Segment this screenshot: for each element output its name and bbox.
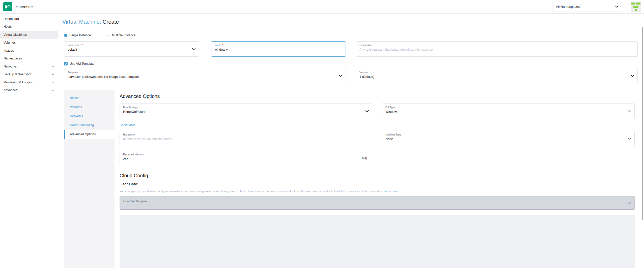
use-vm-template-label: Use VM Template: (70, 62, 95, 65)
tab-volumes[interactable]: Volumes (64, 103, 115, 112)
sidebar-item-namespaces[interactable]: Namespaces (0, 55, 58, 63)
chevron-down-icon (192, 48, 195, 50)
namespace-filter-value: All Namespaces (556, 5, 580, 9)
cloud-config-heading: Cloud Config (120, 173, 635, 179)
tab-list: Basics Volumes Networks Node Scheduling … (64, 90, 115, 268)
user-avatar-identicon[interactable] (631, 2, 641, 12)
namespace-filter-select[interactable]: All Namespaces (552, 2, 622, 12)
chevron-down-icon (615, 6, 619, 8)
check-icon (64, 62, 68, 65)
sidebar-item-backup-snapshot[interactable]: Backup & Snapshot (0, 71, 58, 79)
hostname-input[interactable]: Hostname default to the virtual machine … (120, 131, 372, 146)
chevron-down-icon (52, 89, 54, 91)
chevron-down-icon (628, 110, 631, 112)
user-data-help-text: You can specify user data to configure a… (120, 190, 635, 193)
reserved-memory-value: 256 (123, 157, 353, 161)
user-data-heading: User Data: (120, 182, 635, 186)
run-strategy-select[interactable]: Run Strategy RerunOnFailure (120, 104, 372, 119)
hostname-placeholder: default to the virtual machine name. (123, 137, 363, 141)
description-placeholder: Any text you want that better describes … (359, 48, 629, 51)
version-value: 1 (Default) (359, 75, 629, 79)
sidebar-item-images[interactable]: Images (0, 47, 58, 55)
tab-node-scheduling[interactable]: Node Scheduling (64, 121, 115, 130)
harvester-logo-icon (3, 2, 12, 11)
tab-panel-advanced-options: Advanced Options Run Strategy RerunOnFai… (115, 90, 638, 268)
description-input[interactable]: Description Any text you want that bette… (356, 41, 638, 57)
radio-selected-icon (64, 34, 67, 37)
chevron-down-icon (628, 138, 631, 140)
user-data-template-label: User Data Template (123, 200, 631, 203)
name-value: window-vm (215, 48, 337, 51)
reserved-memory-unit: MiB (357, 153, 372, 164)
sidebar-item-networks[interactable]: Networks (0, 62, 58, 71)
reserved-memory-input[interactable]: Reserved Memory 256 MiB (120, 151, 372, 166)
template-select[interactable]: Template harvester-public/windows-iso-im… (64, 69, 346, 82)
main-content: Virtual Machine: Create Single Instance … (58, 14, 644, 268)
chevron-down-icon (52, 65, 54, 67)
chevron-down-icon (628, 202, 631, 204)
radio-single-instance[interactable]: Single Instance (64, 34, 91, 37)
tab-advanced-options[interactable]: Advanced Options (64, 130, 115, 139)
chevron-down-icon (339, 75, 342, 77)
radio-unselected-icon (106, 34, 110, 37)
required-asterisk: * (82, 44, 83, 47)
chevron-down-icon (366, 110, 369, 112)
sidebar-item-hosts[interactable]: Hosts (0, 23, 58, 31)
namespace-value: default (68, 48, 190, 51)
learn-more-link[interactable]: Learn more (384, 190, 399, 193)
os-type-value: Windows (385, 110, 626, 114)
sidebar-item-dashboard[interactable]: Dashboard (0, 15, 58, 23)
version-select[interactable]: Version 1 (Default) (356, 69, 638, 82)
app-header: Harvester All Namespaces (0, 0, 644, 14)
tab-networks[interactable]: Networks (64, 112, 115, 121)
user-data-template-select[interactable]: User Data Template (120, 196, 635, 210)
radio-multiple-instance[interactable]: Multiple Instance (106, 34, 135, 37)
vm-config-tabs-section: Basics Volumes Networks Node Scheduling … (64, 90, 638, 268)
namespace-select[interactable]: Namespace * default (64, 41, 199, 57)
tab-basics[interactable]: Basics (64, 93, 115, 103)
sidebar-nav: Dashboard Hosts Virtual Machines Volumes… (0, 14, 58, 268)
os-type-select[interactable]: OS Type Windows (382, 104, 635, 119)
machine-type-select[interactable]: Machine Type None (382, 131, 635, 146)
page-title: Virtual Machine: Create (62, 19, 638, 25)
chevron-down-icon (52, 81, 54, 83)
sidebar-item-virtual-machines[interactable]: Virtual Machines (0, 31, 58, 39)
template-value: harvester-public/windows-iso-image-base-… (68, 75, 337, 79)
page-title-resource: Virtual Machine: (62, 19, 101, 25)
required-asterisk: * (222, 44, 223, 47)
sidebar-item-advanced[interactable]: Advanced (0, 86, 58, 94)
user-data-code-editor[interactable] (120, 215, 635, 268)
chevron-down-icon (52, 74, 54, 75)
name-input[interactable]: Name * window-vm (211, 41, 346, 57)
use-vm-template-checkbox[interactable]: Use VM Template: (64, 62, 638, 65)
chevron-down-icon (631, 75, 634, 77)
sidebar-item-monitoring-logging[interactable]: Monitoring & Logging (0, 78, 58, 86)
machine-type-value: None (385, 137, 626, 141)
sidebar-item-volumes[interactable]: Volumes (0, 39, 58, 47)
page-title-action: Create (103, 19, 119, 25)
run-strategy-value: RerunOnFailure (123, 110, 363, 114)
app-title: Harvester (16, 5, 33, 9)
vertical-scrollbar-thumb[interactable] (642, 27, 643, 220)
show-more-link[interactable]: Show More (120, 123, 635, 127)
instance-mode-group: Single Instance Multiple Instance (64, 34, 638, 37)
advanced-options-heading: Advanced Options (120, 93, 635, 99)
